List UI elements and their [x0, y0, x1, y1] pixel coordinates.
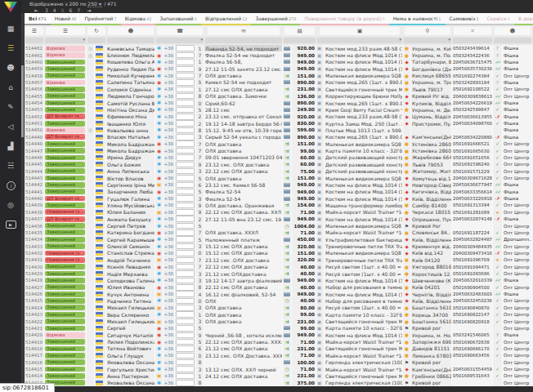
- table-row[interactable]: 514415ЗавершенийГоргулько Христина..✱+38…: [25, 366, 533, 372]
- cart-icon[interactable]: ✎: [0, 97, 21, 117]
- phone-input[interactable]: [176, 189, 195, 195]
- phone-input[interactable]: [176, 100, 195, 106]
- filter-callback[interactable]: [87, 38, 105, 43]
- table-row[interactable]: 514461Відмова◷Близнюк Людмила ..◉+387Фиа…: [25, 51, 533, 58]
- tab-Відправлений[interactable]: Відправлений12: [201, 13, 252, 25]
- phone-input[interactable]: [176, 79, 195, 86]
- tab-Запакований[interactable]: Запакований1: [155, 13, 201, 25]
- table-row[interactable]: 514460ЗавершенийКошелева Ольга Ар..✱+381…: [25, 59, 533, 65]
- phone-column-icon[interactable]: ☎: [157, 27, 202, 35]
- table-row[interactable]: 514455ЗавершенийЛюдмила Гончарова✱+388ОЛ…: [25, 93, 533, 100]
- last-page-button[interactable]: ⇥: [87, 7, 91, 13]
- tab-Новий[interactable]: Новий48: [51, 13, 81, 25]
- phone-input[interactable]: [176, 140, 195, 147]
- address-column-icon[interactable]: ⚲: [405, 27, 450, 35]
- table-row[interactable]: 514425ЗавершенийРадченко Тетяна✱+380ОЛХ◷…: [25, 297, 533, 304]
- order-id-column-icon[interactable]: ☰: [25, 27, 43, 35]
- client-column-icon[interactable]: ☻: [108, 27, 153, 35]
- orders-icon[interactable]: ☰: [0, 38, 21, 58]
- phone-input[interactable]: [176, 278, 195, 284]
- phone-input[interactable]: [176, 264, 195, 270]
- page-number-4[interactable]: 4: [53, 7, 56, 13]
- table-row[interactable]: 514438Повернення (з...Юлия Баланюк▣+3892…: [25, 209, 533, 216]
- table-row[interactable]: 514447ЗавершенийМикола Бадражан◉+387ОЛХ …: [25, 147, 533, 154]
- tracking-column-icon[interactable]: ⌗: [454, 27, 491, 35]
- app-logo-icon[interactable]: [4, 2, 17, 12]
- phone-input[interactable]: [176, 209, 195, 216]
- table-row[interactable]: 514454ЗавершенийСамотій Руслана Во..✱+38…: [25, 100, 533, 106]
- phone-input[interactable]: [176, 332, 195, 339]
- tab-Завершений[interactable]: Завершений278: [251, 13, 300, 25]
- phone-input[interactable]: [176, 134, 195, 140]
- table-row[interactable]: 514421ЗавершенийСергей◉+38599.00▣Карта п…: [25, 325, 533, 332]
- table-row[interactable]: 514419ЗавершенийЛилия Подолинская◉+38522…: [25, 338, 533, 345]
- table-row[interactable]: 514439ЗавершенийУляна Мусійовська✱+389ОЛ…: [25, 202, 533, 208]
- phone-input[interactable]: [176, 114, 195, 120]
- page-number-7[interactable]: 7: [77, 7, 80, 13]
- table-row[interactable]: 514448ЗавершенийМикола Бадражан◉+387ОЛХ …: [25, 140, 533, 147]
- phone-input[interactable]: [176, 380, 195, 386]
- phone-input[interactable]: [176, 359, 195, 366]
- settings-icon[interactable]: ☵: [0, 156, 21, 176]
- payment-column-icon[interactable]: ▤: [284, 27, 316, 35]
- phone-input[interactable]: [176, 366, 195, 372]
- phone-input[interactable]: [176, 93, 195, 100]
- filter-tracking[interactable]: [453, 38, 492, 43]
- phone-input[interactable]: [176, 318, 195, 325]
- phone-input[interactable]: [176, 107, 195, 114]
- table-row[interactable]: 514441ЗавершенийЗахарченко Люба◉+385Фиал…: [25, 189, 533, 195]
- phone-input[interactable]: [176, 73, 195, 79]
- table-row[interactable]: 514458ЗавершенийНиколай Кучеренко✱+387ОЛ…: [25, 72, 533, 78]
- table-row[interactable]: 514445ЗавершенийОльга Божик✱+38923.12 см…: [25, 161, 533, 167]
- phone-input[interactable]: [176, 236, 195, 243]
- table-row[interactable]: 514459ЗавершенийРуденко Лидия Пав..◉+389…: [25, 65, 533, 72]
- filter-address[interactable]: [404, 38, 451, 43]
- phone-input[interactable]: [176, 148, 195, 154]
- filter-comment[interactable]: [205, 38, 282, 43]
- tab-Всі[interactable]: Всі471: [25, 13, 51, 25]
- tab-В дорозі додому[interactable]: В дорозі додому0: [514, 13, 533, 25]
- manager-column-icon[interactable]: ☻: [495, 27, 531, 35]
- phone-input[interactable]: [176, 66, 195, 73]
- table-row[interactable]: 514418ЗавершенийТетяна Войтович✱+38621.1…: [25, 345, 533, 352]
- table-row[interactable]: 514437ДО Возврат ск...Анжела Безушку✱+38…: [25, 216, 533, 222]
- tab-Прийнятий[interactable]: Прийнятий7: [81, 13, 121, 25]
- phone-input[interactable]: [176, 229, 195, 236]
- filter-manager[interactable]: [494, 38, 531, 43]
- table-row[interactable]: 514423ЗавершенийВера Скляренко✱+381ОЛХ д…: [25, 311, 533, 318]
- phone-input[interactable]: [176, 120, 195, 127]
- info-icon[interactable]: i: [0, 176, 21, 195]
- phone-input[interactable]: [176, 325, 195, 332]
- tab-Самовивіз[interactable]: Самовивіз2: [446, 13, 483, 25]
- video-icon[interactable]: ▶: [0, 215, 21, 234]
- table-row[interactable]: 514427ЗавершенийЮлия Иванова◉+38822.12 с…: [25, 284, 533, 291]
- phone-input[interactable]: [176, 305, 195, 311]
- phone-input[interactable]: [176, 182, 195, 189]
- table-row[interactable]: 514443ЗавершенийВіктор Власов◉+385ОЛХ до…: [25, 175, 533, 181]
- tab-Нема в наявності[interactable]: Нема в наявності1: [389, 13, 446, 25]
- page-number-3[interactable]: 3: [45, 7, 48, 13]
- filter-status[interactable]: [45, 38, 86, 43]
- table-row[interactable]: 514426ЗавершенийКучук Антонина▣+38416.12…: [25, 291, 533, 297]
- table-row[interactable]: 514432Повернення (з...Станіслав Стрижак◉…: [25, 250, 533, 256]
- table-row[interactable]: 514440ДО Возврат ск...Гуцалюк Галина✱+38…: [25, 195, 533, 202]
- phone-input[interactable]: [176, 127, 195, 134]
- phone-input[interactable]: [176, 353, 195, 359]
- phone-input[interactable]: [176, 291, 195, 297]
- filter-order-id[interactable]: [25, 38, 43, 43]
- phone-input[interactable]: [176, 284, 195, 291]
- page-number-6[interactable]: 6: [69, 7, 73, 13]
- clients-icon[interactable]: ☻: [0, 58, 21, 78]
- phone-input[interactable]: [176, 345, 195, 352]
- table-row[interactable]: 514424ЗавершенийМихаил Гилецький▣+383ОЛХ…: [25, 305, 533, 311]
- table-row[interactable]: 514430ЗавершенийКсенія Левадняя◉+38722.1…: [25, 264, 533, 270]
- phone-input[interactable]: [176, 298, 195, 305]
- dashboard-icon[interactable]: ▦: [0, 19, 21, 38]
- status-column-icon[interactable]: ☰: [46, 27, 85, 35]
- phone-input[interactable]: [176, 270, 195, 277]
- phone-input[interactable]: [176, 216, 195, 222]
- table-row[interactable]: 514450Відмова◷Ковальова анна✱+38815.12. …: [25, 127, 533, 133]
- phone-input[interactable]: [176, 243, 195, 250]
- phone-input[interactable]: [176, 339, 195, 345]
- table-row[interactable]: 514416ЗавершенийЯковалева Оксана✱+388100…: [25, 359, 533, 366]
